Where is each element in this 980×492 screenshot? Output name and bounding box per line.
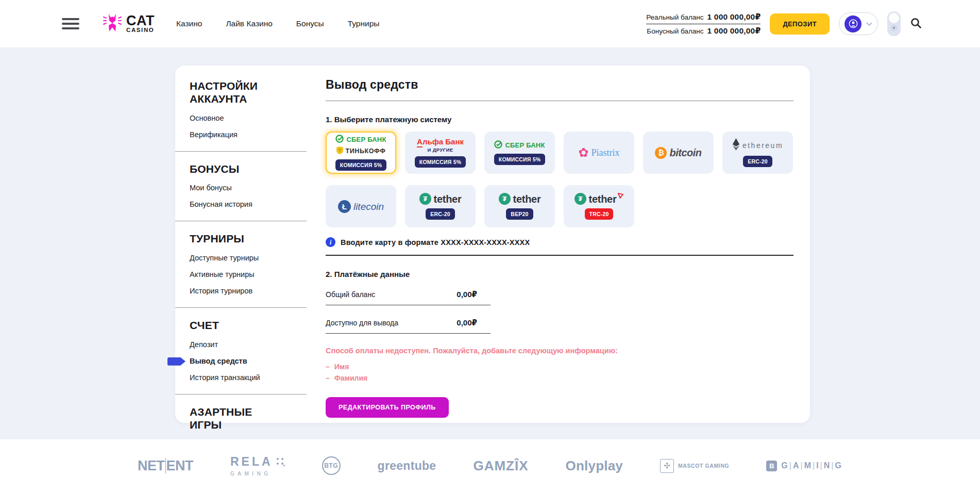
payment-method-sberbank[interactable]: СБЕР БАНККОМИССИЯ 5%	[484, 132, 555, 174]
missing-info-item: –Имя	[326, 363, 793, 371]
sidebar-item-вывод-средств[interactable]: Вывод средств	[190, 357, 307, 365]
balance-value: 1 000 000,00₽	[707, 26, 761, 36]
nav-item-tournaments[interactable]: Турниры	[348, 19, 380, 28]
sidebar-item-доступные-турниры[interactable]: Доступные турниры	[190, 254, 307, 262]
payment-method-tether-erc20[interactable]: ₮tetherERC-20	[405, 185, 476, 227]
profile-dropdown[interactable]	[839, 12, 878, 35]
sberbank-label: СБЕР БАНК	[505, 142, 545, 149]
provider-relax-logo: RELAGAMING	[230, 455, 285, 477]
tether-icon: ₮	[499, 193, 511, 205]
balance-row: Реальный баланс1 000 000,00₽	[646, 10, 761, 24]
main-nav: КазиноЛайв КазиноБонусыТурниры	[176, 19, 379, 28]
logo-title: CAT	[126, 14, 155, 28]
pm-row: И ДРУГИЕ	[427, 147, 453, 153]
provider-onlyplay-logo: Onlyplay	[566, 458, 623, 474]
sidebar-item-история-транзакций[interactable]: История транзакций	[190, 373, 307, 382]
sidebar-item-мои-бонусы[interactable]: Мои бонусы	[190, 184, 307, 192]
pm-row: СБЕР БАНК	[335, 135, 386, 144]
balance-value: 1 000 000,00₽	[707, 12, 761, 22]
payment-method-sberbank-tinkoff[interactable]: СБЕР БАНКТИНЬКОФФКОМИССИЯ 5%	[326, 132, 396, 174]
pm-row: ethereum	[732, 138, 783, 152]
pm-badge: КОМИССИЯ 5%	[335, 159, 386, 171]
payment-method-litecoin[interactable]: Łlitecoin	[326, 185, 396, 227]
ethereum-label: ethereum	[742, 142, 783, 149]
deposit-button[interactable]: ДЕПОЗИТ	[770, 13, 830, 35]
sidebar-item-основное[interactable]: Основное	[190, 114, 307, 122]
tether-label: tether	[434, 194, 462, 204]
tether-icon: ₮	[575, 193, 586, 205]
pm-row: ₮tether	[419, 193, 462, 205]
sidebar-item-депозит[interactable]: Депозит	[190, 340, 307, 349]
provider-btg-logo: BTG	[322, 456, 341, 475]
pm-row: СБЕР БАНК	[494, 140, 545, 150]
field-row: Общий баланс0,00₽	[326, 290, 491, 305]
sidebar: НАСТРОЙКИ АККАУНТАОсновноеВерификацияБОН…	[175, 65, 307, 460]
pm-sublabel: И ДРУГИЕ	[427, 147, 453, 153]
missing-info-label: Фамилия	[334, 374, 367, 382]
search-button[interactable]	[910, 17, 922, 31]
nav-item-casino[interactable]: Казино	[176, 19, 202, 28]
bitcoin-icon: ₿	[655, 147, 667, 159]
provider-mascot-logo: ✣MASCOT GAMING	[660, 459, 729, 473]
payment-method-piastrix[interactable]: ✿Piastrix	[564, 132, 634, 174]
sidebar-item-история-турниров[interactable]: История турниров	[190, 287, 307, 295]
bitcoin-label: bitcoin	[669, 147, 701, 158]
provider-netent-logo: NETENT	[138, 458, 193, 474]
payment-method-bitcoin[interactable]: ₿bitcoin	[643, 132, 714, 174]
tron-icon	[618, 192, 623, 200]
tether-label: tether	[513, 194, 541, 204]
sidebar-item-верификация[interactable]: Верификация	[190, 130, 307, 139]
field-label: Доступно для вывода	[326, 319, 398, 327]
pm-badge: КОМИССИЯ 5%	[415, 156, 466, 168]
provider-bgaming-logo: BG|A|M|I|N|G	[766, 461, 842, 471]
sberbank-label: СБЕР БАНК	[346, 136, 386, 143]
payment-method-tether-trc20[interactable]: ₮tetherTRC-20	[564, 185, 634, 227]
theme-toggle[interactable]	[887, 11, 901, 36]
sidebar-section-title: ТУРНИРЫ	[190, 233, 282, 245]
header-right: Реальный баланс1 000 000,00₽Бонусный бал…	[646, 10, 922, 38]
site-logo[interactable]: CAT CASINO	[102, 12, 155, 35]
payment-method-ethereum[interactable]: ethereumERC-20	[722, 132, 793, 174]
payment-unavailable-warning: Способ оплаты недоступен. Пожалуйста, до…	[326, 347, 793, 355]
nav-item-bonuses[interactable]: Бонусы	[296, 19, 324, 28]
relax-dots-icon	[277, 458, 285, 466]
pm-row: Альфа Банк	[417, 138, 464, 145]
pm-badge: КОМИССИЯ 5%	[494, 154, 545, 165]
payment-method-tether-bep20[interactable]: ₮tetherBEP20	[484, 185, 555, 227]
providers-strip: NETENTRELAGAMINGBTGgreentubeGAMZÎXOnlypl…	[138, 455, 842, 477]
sidebar-section-title: АЗАРТНЫЕ ИГРЫ	[190, 406, 282, 432]
avatar	[844, 15, 861, 32]
step1-label: 1. Выберите платежную систему	[326, 115, 793, 124]
litecoin-label: litecoin	[353, 202, 384, 211]
missing-info-item: –Фамилия	[326, 374, 793, 382]
alfabank-label: Альфа Банк	[417, 138, 464, 145]
header: CAT CASINO КазиноЛайв КазиноБонусыТурнир…	[0, 0, 980, 47]
pm-row: ТИНЬКОФФ	[336, 146, 386, 156]
nav-item-live-casino[interactable]: Лайв Казино	[226, 19, 272, 28]
tether-icon: ₮	[419, 193, 431, 205]
ethereum-icon	[732, 138, 740, 152]
field-value: 0,00₽	[457, 290, 491, 299]
pm-badge: ERC-20	[426, 208, 455, 220]
pm-badge: ERC-20	[743, 156, 772, 167]
edit-profile-button[interactable]: РЕДАКТИРОВАТЬ ПРОФИЛЬ	[326, 397, 449, 418]
balance-row: Бонусный баланс1 000 000,00₽	[646, 24, 761, 38]
pm-row: Łlitecoin	[338, 200, 384, 213]
payment-method-alfa-bank[interactable]: Альфа БанкИ ДРУГИЕКОМИССИЯ 5%	[405, 132, 476, 174]
info-icon: i	[326, 237, 335, 247]
field-value: 0,00₽	[457, 318, 491, 327]
tinkoff-icon	[336, 146, 343, 156]
tinkoff-label: ТИНЬКОФФ	[346, 148, 386, 155]
sidebar-item-активные-турниры[interactable]: Активные турниры	[190, 270, 307, 278]
info-text: Вводите карту в формате XXXX-XXXX-XXXX-X…	[341, 238, 530, 247]
mascot-icon: ✣	[660, 459, 674, 473]
dash: –	[326, 374, 330, 382]
field-label: Общий баланс	[326, 290, 375, 299]
cat-logo-icon	[102, 12, 123, 35]
main-content: Вывод средств 1. Выберите платежную сист…	[326, 65, 793, 418]
hamburger-menu-icon[interactable]	[62, 18, 79, 29]
missing-info-list: –Имя–Фамилия	[326, 363, 793, 382]
sidebar-item-бонусная-история[interactable]: Бонусная история	[190, 200, 307, 208]
active-item-arrow-icon	[167, 357, 185, 366]
missing-info-label: Имя	[334, 363, 349, 371]
